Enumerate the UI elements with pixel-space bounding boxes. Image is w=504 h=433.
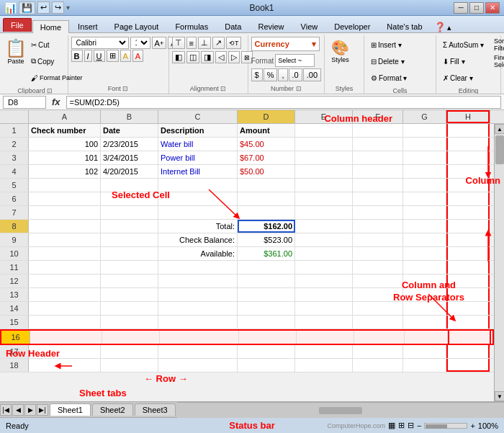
cell-c10[interactable]: Available: [158, 247, 238, 260]
col-header-f[interactable]: F [353, 110, 403, 123]
cell-e6[interactable] [295, 192, 353, 205]
cell-a9[interactable] [29, 233, 101, 246]
cell-e16[interactable] [297, 331, 354, 344]
cell-e1[interactable] [295, 124, 353, 137]
row-header-13[interactable]: 13 [0, 288, 29, 301]
cell-d13[interactable] [238, 288, 295, 301]
tab-data[interactable]: Data [217, 19, 249, 32]
format-select[interactable]: Select ~ [275, 54, 315, 67]
cell-b11[interactable] [101, 261, 158, 274]
row-header-4[interactable]: 4 [0, 165, 29, 178]
cell-e2[interactable] [295, 138, 353, 151]
col-header-g[interactable]: G [403, 110, 446, 123]
cell-b16[interactable] [102, 331, 160, 344]
cell-g15[interactable] [403, 316, 446, 329]
cell-b13[interactable] [101, 288, 158, 301]
cell-c12[interactable] [158, 274, 238, 287]
currency-dropdown[interactable]: Currency ▾ [251, 37, 320, 51]
fill-button[interactable]: ⬇ Fill ▾ [439, 53, 487, 69]
italic-button[interactable]: I [84, 50, 92, 62]
tab-insert[interactable]: Insert [70, 19, 106, 32]
ribbon-minimize-icon[interactable]: ▴ [447, 23, 451, 32]
maximize-button[interactable]: □ [469, 2, 484, 14]
formula-input[interactable] [66, 96, 501, 109]
row-header-9[interactable]: 9 [0, 233, 29, 246]
cell-e12[interactable] [295, 274, 353, 287]
cell-a18[interactable] [29, 359, 101, 372]
row-header-2[interactable]: 2 [0, 138, 29, 151]
cell-h6[interactable] [446, 192, 490, 205]
percent-button[interactable]: % [264, 68, 278, 81]
paste-button[interactable]: 📋 Paste [6, 37, 26, 67]
number-expand-icon[interactable]: ⊡ [296, 85, 302, 92]
clipboard-expand-icon[interactable]: ⊡ [47, 87, 53, 94]
cell-g13[interactable] [403, 288, 446, 301]
font-color-button[interactable]: A [132, 50, 143, 62]
row-header-10[interactable]: 10 [0, 247, 29, 260]
clear-button[interactable]: ✗ Clear ▾ [439, 70, 487, 86]
cell-e15[interactable] [295, 316, 353, 329]
increase-indent-button[interactable]: ▷ [228, 51, 240, 63]
cell-g3[interactable] [403, 151, 446, 164]
cell-h9[interactable] [446, 233, 490, 246]
cell-a2[interactable]: 100 [29, 138, 101, 151]
delete-button[interactable]: ⊟ Delete ▾ [367, 53, 410, 69]
cell-f6[interactable] [353, 192, 403, 205]
cell-e14[interactable] [295, 302, 353, 315]
row-header-14[interactable]: 14 [0, 302, 29, 315]
align-right-button[interactable]: ◨ [201, 51, 214, 63]
cell-f7[interactable] [353, 206, 403, 219]
cell-h13[interactable] [446, 288, 490, 301]
cell-f13[interactable] [353, 288, 403, 301]
styles-button[interactable]: 🎨 Styles [328, 37, 353, 66]
cell-b1[interactable]: Date [101, 124, 158, 137]
cell-h4[interactable] [446, 165, 490, 178]
fill-color-button[interactable]: A [120, 50, 131, 62]
decrease-indent-button[interactable]: ◁ [215, 51, 227, 63]
cell-g10[interactable] [403, 247, 446, 260]
cell-f11[interactable] [353, 261, 403, 274]
cell-a17[interactable] [29, 345, 101, 358]
quick-save[interactable]: 💾 [19, 1, 35, 14]
format-cells-button[interactable]: ⚙ Format ▾ [367, 70, 410, 86]
row-header-6[interactable]: 6 [0, 192, 29, 205]
cell-h8[interactable] [446, 220, 490, 233]
cell-d1[interactable]: Amount [238, 124, 295, 137]
cell-b4[interactable]: 4/20/2015 [101, 165, 158, 178]
zoom-thumb[interactable] [426, 424, 447, 429]
cell-d4[interactable]: $50.00 [238, 165, 295, 178]
row-header-1[interactable]: 1 [0, 124, 29, 137]
cell-e11[interactable] [295, 261, 353, 274]
cell-h16[interactable] [448, 331, 491, 344]
align-center-button[interactable]: ◫ [186, 51, 199, 63]
cell-b3[interactable]: 3/24/2015 [101, 151, 158, 164]
cell-h14[interactable] [446, 302, 490, 315]
cell-e8[interactable] [295, 220, 353, 233]
cell-b15[interactable] [101, 316, 158, 329]
cell-b8[interactable] [101, 220, 158, 233]
zoom-slider[interactable] [424, 423, 467, 429]
col-header-a[interactable]: A [29, 110, 101, 123]
cell-c3[interactable]: Power bill [158, 151, 238, 164]
cell-h2[interactable] [446, 138, 490, 151]
cell-b9[interactable] [101, 233, 158, 246]
row-header-12[interactable]: 12 [0, 274, 29, 287]
cell-b7[interactable] [101, 206, 158, 219]
quick-undo[interactable]: ↩ [37, 1, 50, 14]
cell-a6[interactable] [29, 192, 101, 205]
cell-g2[interactable] [403, 138, 446, 151]
cell-a3[interactable]: 101 [29, 151, 101, 164]
tab-home[interactable]: Home [32, 20, 69, 33]
cell-g5[interactable] [403, 179, 446, 192]
cell-g17[interactable] [403, 345, 446, 358]
col-header-d[interactable]: D [238, 110, 295, 123]
cell-g16[interactable] [405, 331, 448, 344]
autosum-button[interactable]: Σ AutoSum ▾ [439, 37, 487, 53]
row-header-17[interactable]: 17 [0, 345, 29, 358]
cell-f3[interactable] [353, 151, 403, 164]
cell-f1[interactable] [353, 124, 403, 137]
cell-f12[interactable] [353, 274, 403, 287]
cell-a12[interactable] [29, 274, 101, 287]
view-layout-icon[interactable]: ⊞ [398, 421, 405, 430]
cell-e4[interactable] [295, 165, 353, 178]
